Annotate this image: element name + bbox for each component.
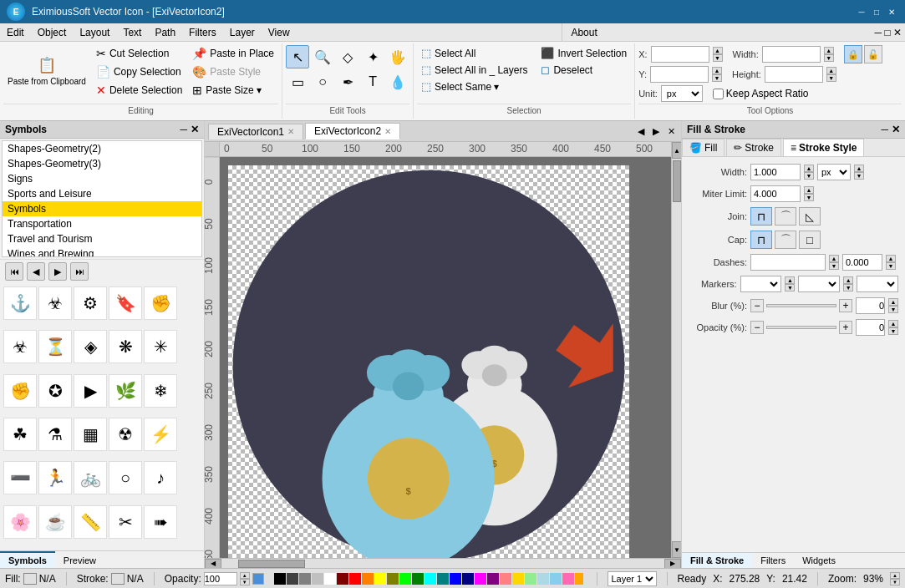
symbol-item-diamond[interactable]: ◈ [74,330,107,363]
canvas-panel-close[interactable]: ✕ [664,124,678,138]
width-spin-down[interactable]: ▼ [824,54,834,62]
menu-filters[interactable]: Filters [182,23,223,41]
fs-markers-mid-up[interactable]: ▲ [843,276,853,284]
opacity-down[interactable]: ▼ [240,579,250,585]
fs-dashes-down[interactable]: ▼ [829,262,839,270]
menu-layout[interactable]: Layout [73,23,116,41]
symbols-tab-preview[interactable]: Preview [55,551,104,568]
fs-tab-stroke-style[interactable]: ≡ Stroke Style [783,139,864,156]
color-swatch-0000ff[interactable] [450,573,461,585]
node-tool[interactable]: ◇ [336,45,359,68]
blur-minus-button[interactable]: − [750,299,764,312]
fs-dashes-select-spin[interactable]: ▲ ▼ [829,255,839,270]
symbol-item-scissors[interactable]: ✂ [109,505,142,539]
y-spin-up[interactable]: ▲ [712,67,722,74]
paste-style-button[interactable]: 🎨 Paste Style [188,63,278,81]
symbol-item-note[interactable]: ♪ [144,461,177,494]
symbols-item-5[interactable]: Transportation [3,216,201,231]
eyedropper-tool[interactable]: 💧 [386,70,409,94]
nav-next-button[interactable]: ▶ [48,262,67,281]
cut-selection-button[interactable]: ✂ Cut Selection [92,45,186,63]
fs-bottom-tab-filters[interactable]: Filters [752,553,794,568]
opacity-track[interactable] [766,326,836,329]
fs-miter-spin[interactable]: ▲ ▼ [804,186,814,201]
color-swatch-ffffff[interactable] [324,573,336,585]
menu-edit[interactable]: Edit [0,23,31,41]
canvas-hscrollbar[interactable]: ◀ ▶ [205,558,681,568]
symbols-item-6[interactable]: Travel and Tourism [3,231,201,246]
fs-blur-spin[interactable]: ▲ ▼ [888,298,898,313]
y-input[interactable] [650,66,709,83]
symbol-item-minus[interactable]: ➖ [3,461,37,494]
stroke-swatch[interactable] [111,573,125,585]
hand-tool[interactable]: 🖐 [386,45,409,68]
paste-from-clipboard-button[interactable]: 📋 Paste from Clipboard [3,45,90,99]
width-input[interactable] [762,46,821,63]
width-spin-up[interactable]: ▲ [824,47,834,54]
x-spin-up[interactable]: ▲ [713,47,723,54]
symbol-item-circle-dots[interactable]: ❋ [109,330,142,363]
symbol-item-clover[interactable]: ☘ [3,418,37,451]
symbol-item-gear[interactable]: ⚙ [74,286,107,320]
keep-aspect-checkbox[interactable] [713,89,724,99]
invert-selection-button[interactable]: ⬛ Invert Selection [536,45,631,61]
fs-close-button[interactable]: ✕ [892,124,900,135]
symbol-item-arrow2[interactable]: ➠ [144,505,177,539]
cap-round-button[interactable]: ⌒ [775,231,796,249]
join-miter-button[interactable]: ⊓ [750,207,772,226]
color-swatch-ff8080[interactable] [500,573,511,585]
symbol-item-star-ring[interactable]: ✪ [38,374,72,408]
deselect-button[interactable]: ◻ Deselect [536,62,631,78]
color-swatch-ff0000[interactable] [349,573,361,585]
tweak-tool[interactable]: ✦ [361,45,384,68]
color-swatch-add8e6[interactable] [537,573,549,585]
height-spin-down[interactable]: ▼ [826,74,836,82]
paste-size-button[interactable]: ⊞ Paste Size ▾ [188,82,278,99]
x-spin[interactable]: ▲ ▼ [713,47,723,62]
fs-controls[interactable]: ─ ✕ [881,124,900,135]
fs-width-down[interactable]: ▼ [804,172,814,180]
symbol-item-checker[interactable]: ▦ [74,418,107,451]
symbols-item-4[interactable]: Symbols [3,201,201,216]
maximize-button[interactable]: □ [870,5,883,18]
fs-dashes-up[interactable]: ▲ [829,255,839,262]
fs-markers-mid-spin[interactable]: ▲ ▼ [843,276,853,291]
fs-blur-up[interactable]: ▲ [888,298,898,306]
opacity-up[interactable]: ▲ [240,572,250,579]
fs-opacity-up[interactable]: ▲ [888,320,898,327]
color-swatch-000080[interactable] [462,573,474,585]
zoom-down[interactable]: ▼ [890,579,900,585]
fs-width-up[interactable]: ▲ [804,165,814,172]
fs-width-unit-select[interactable]: pxmm [817,164,851,180]
color-swatch-ff8000[interactable] [362,573,374,585]
fs-markers-mid-down[interactable]: ▼ [843,284,853,291]
fs-unit-spin[interactable]: ▲ ▼ [854,165,864,180]
symbol-item-hourglass[interactable]: ⏳ [38,330,72,363]
menu-about[interactable]: About [562,23,605,41]
menu-layer[interactable]: Layer [223,23,262,41]
canvas-scroll[interactable]: $ [220,157,671,558]
color-swatch-808000[interactable] [387,573,399,585]
vscroll-track[interactable] [672,159,681,541]
opacity-minus-button[interactable]: − [750,321,764,334]
color-swatch-ffa500[interactable] [575,573,583,585]
canvas-tab-1-close[interactable]: ✕ [287,127,294,136]
symbol-item-biohazard[interactable]: ☣ [38,286,72,320]
symbol-item-fist2[interactable]: ✊ [3,374,37,408]
opacity-plus-button[interactable]: + [839,321,852,334]
fs-miter-input[interactable] [750,185,801,202]
hscroll-thumb[interactable] [238,560,305,568]
fs-unit-down[interactable]: ▼ [854,172,864,180]
fs-markers-start-select[interactable] [740,276,782,292]
fs-tab-stroke[interactable]: ✏ Stroke [726,139,781,156]
color-swatch-ffff00[interactable] [374,573,386,585]
window-controls[interactable]: ─ □ ✕ [872,23,905,41]
circle-tool[interactable]: ○ [311,70,334,94]
color-swatch-ff69b4[interactable] [562,573,574,585]
symbol-item-snowflake[interactable]: ❄ [144,374,177,408]
menu-object[interactable]: Object [31,23,74,41]
canvas-tab-1[interactable]: ExiVectorIcon1 ✕ [208,124,303,139]
x-input[interactable] [651,46,709,63]
hscroll-track[interactable] [221,559,664,569]
color-swatch-008080[interactable] [437,573,449,585]
